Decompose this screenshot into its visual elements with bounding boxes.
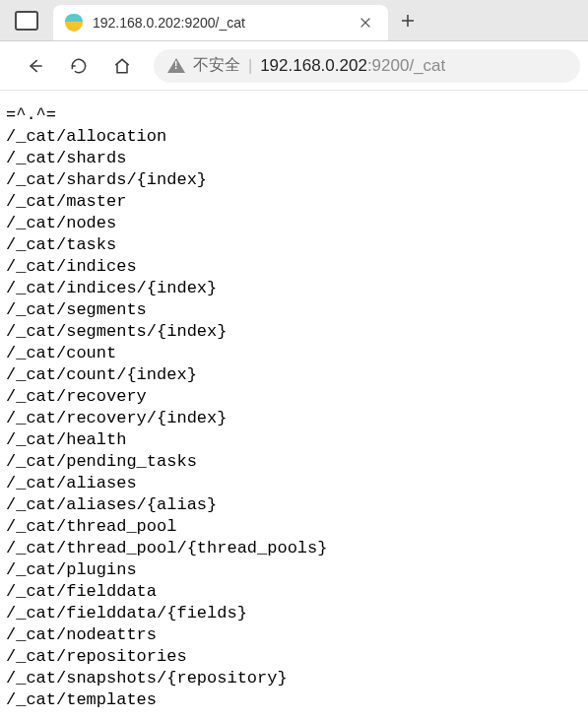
tab-strip: 192.168.0.202:9200/_cat [0,0,588,41]
tab-overview-button[interactable] [0,0,53,40]
tab-title: 192.168.0.202:9200/_cat [93,15,345,31]
close-icon [359,16,372,30]
url-text: 192.168.0.202:9200/_cat [260,56,566,76]
not-secure-label: 不安全 [193,55,240,76]
plus-icon [400,13,416,29]
browser-tab[interactable]: 192.168.0.202:9200/_cat [53,5,388,40]
endpoint-list: /_cat/allocation /_cat/shards /_cat/shar… [6,126,582,711]
separator: | [248,57,252,75]
tab-overview-icon [15,11,38,31]
toolbar: 不安全 | 192.168.0.202:9200/_cat [0,41,588,91]
close-tab-button[interactable] [355,12,376,33]
warning-icon [167,58,185,73]
url-path: /_cat [409,56,445,75]
url-host: 192.168.0.202 [260,56,367,75]
refresh-button[interactable] [59,46,98,86]
new-tab-button[interactable] [388,0,427,40]
home-button[interactable] [102,46,142,86]
favicon-icon [65,14,83,32]
ascii-art: =^.^= [6,105,56,124]
address-bar[interactable]: 不安全 | 192.168.0.202:9200/_cat [154,49,580,83]
refresh-icon [69,56,89,76]
home-icon [112,56,132,76]
arrow-left-icon [26,56,45,76]
page-content: =^.^= /_cat/allocation /_cat/shards /_ca… [0,91,588,720]
url-port: :9200 [367,56,410,75]
back-button[interactable] [16,46,55,86]
